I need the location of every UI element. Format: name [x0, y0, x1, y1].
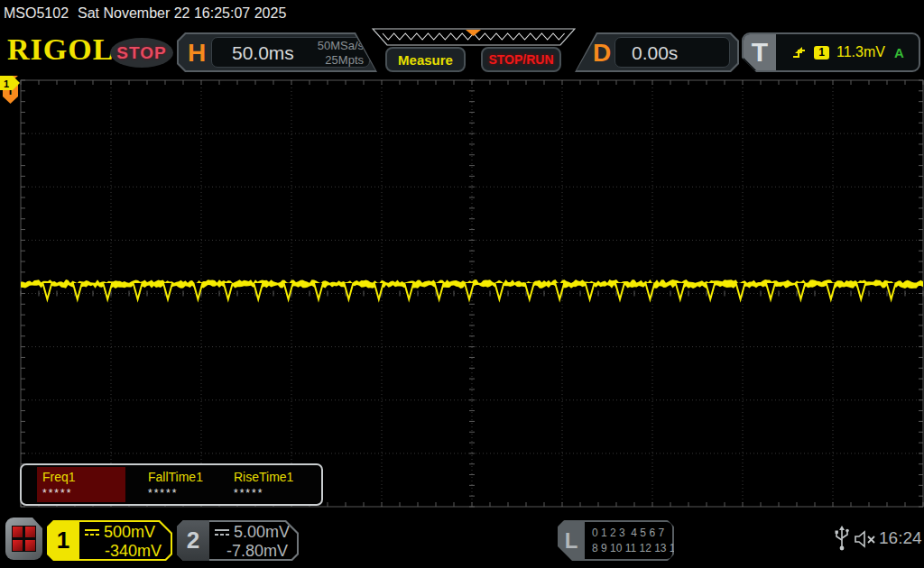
- trigger-source-badge: 1: [814, 46, 829, 60]
- logic-channels-row1: 0 1 2 3 4 5 6 7: [592, 526, 672, 541]
- delay-settings-button[interactable]: D 0.00s: [575, 32, 739, 72]
- ch1-offset-marker[interactable]: 1: [0, 76, 21, 90]
- horizontal-label: H: [188, 39, 206, 68]
- channel2-scale: 5.00mV: [234, 523, 290, 542]
- trigger-settings-button[interactable]: T 1 11.3mV A: [742, 32, 920, 72]
- menu-grid-icon: [12, 526, 36, 552]
- trigger-tab: T: [744, 34, 776, 70]
- usb-icon: [835, 526, 849, 551]
- trigger-level-value: 11.3mV: [836, 44, 885, 60]
- system-clock: 16:24: [879, 528, 922, 548]
- speaker-muted-icon[interactable]: [854, 529, 877, 549]
- rigol-logo: RIGOL: [7, 32, 114, 67]
- sample-rate: 50MSa/s: [318, 39, 364, 53]
- stop-run-button[interactable]: STOP/RUN: [481, 47, 561, 72]
- bottom-status-bar: 1 500mV -340mV 2 5.00mV -7.80m: [0, 512, 924, 568]
- logic-channels-button[interactable]: L 0 1 2 3 4 5 6 7 8 9 10 11 12 13 14 15: [558, 520, 674, 561]
- rising-edge-icon: [792, 45, 807, 60]
- channel1-scale: 500mV: [104, 523, 155, 542]
- dc-coupling-icon: [215, 529, 229, 536]
- menu-grid-button[interactable]: [5, 518, 42, 560]
- dc-coupling-icon: [85, 529, 99, 536]
- run-state-label: STOP: [116, 43, 166, 63]
- oscilloscope-screen: MSO5102 Sat November 22 16:25:07 2025 RI…: [0, 0, 924, 568]
- measurement-item-freq1[interactable]: Freq1 *****: [37, 467, 125, 502]
- logic-label: L: [558, 520, 585, 561]
- delay-value: 0.00s: [632, 42, 678, 64]
- channel1-offset: -340mV: [105, 542, 162, 561]
- model-name: MSO5102: [4, 0, 69, 27]
- ch1-waveform: [0, 76, 924, 512]
- svg-text:1: 1: [4, 78, 9, 89]
- measurement-results-box: Freq1 ***** FallTime1 ***** RiseTime1 **…: [20, 463, 323, 506]
- measurement-item-falltime1[interactable]: FallTime1 *****: [143, 467, 227, 502]
- title-bar: MSO5102 Sat November 22 16:25:07 2025: [0, 0, 924, 27]
- top-toolbar: RIGOL STOP H 50.0ms 50MSa/s 25Mpts M: [0, 27, 924, 76]
- delay-lcd: 0.00s: [614, 37, 730, 68]
- acquisition-rates: 50MSa/s 25Mpts: [318, 39, 364, 68]
- waveform-display: T 1 Freq1 ***** FallTime1 ***** RiseTime…: [0, 76, 924, 512]
- channel2-number: 2: [177, 520, 209, 561]
- channel1-status-button[interactable]: 1 500mV -340mV: [47, 520, 172, 561]
- horizontal-settings-button[interactable]: H 50.0ms 50MSa/s 25Mpts: [177, 32, 377, 72]
- trigger-mode: A: [894, 45, 904, 60]
- measurement-item-risetime1[interactable]: RiseTime1 *****: [228, 467, 313, 502]
- trigger-label: T: [752, 37, 768, 68]
- channel2-status-button[interactable]: 2 5.00mV -7.80mV: [177, 520, 299, 561]
- system-datetime: Sat November 22 16:25:07 2025: [78, 0, 286, 27]
- horizontal-lcd: 50.0ms 50MSa/s 25Mpts: [211, 37, 370, 68]
- logic-channels-row2: 8 9 10 11 12 13 14 15: [592, 541, 672, 556]
- measure-button[interactable]: Measure: [385, 47, 466, 72]
- delay-label: D: [593, 39, 611, 68]
- timebase-value: 50.0ms: [232, 42, 294, 64]
- memory-depth: 25Mpts: [318, 53, 364, 68]
- run-state-indicator: STOP: [110, 38, 173, 68]
- channel1-number: 1: [47, 520, 79, 561]
- channel2-offset: -7.80mV: [226, 542, 288, 561]
